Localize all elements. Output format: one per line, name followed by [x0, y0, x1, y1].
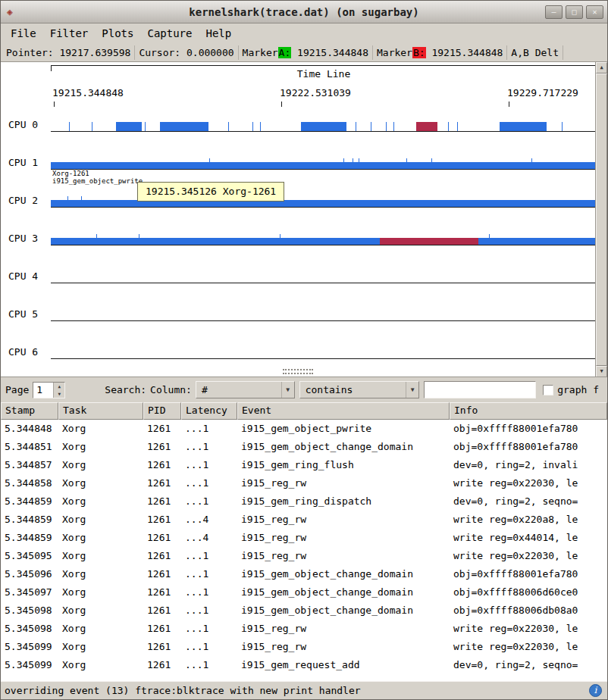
table-cell: Xorg [58, 656, 143, 674]
task-bar[interactable] [416, 122, 437, 131]
event-tick[interactable] [209, 158, 210, 169]
task-bar[interactable] [301, 122, 346, 131]
chevron-down-icon[interactable]: ▼ [281, 382, 294, 398]
spinner-down-icon[interactable]: ▼ [54, 390, 64, 398]
graph-follows-checkbox[interactable] [543, 385, 553, 395]
task-bar[interactable] [116, 122, 142, 131]
table-cell: 1261 [143, 529, 181, 547]
menu-item-capture[interactable]: Capture [140, 25, 199, 42]
close-button[interactable]: ✕ [586, 5, 603, 19]
graph-scrollbar[interactable]: ▲ ▼ [595, 62, 607, 377]
event-tick[interactable] [92, 122, 92, 131]
task-bar[interactable] [160, 122, 208, 131]
table-cell: 5.345095 [1, 547, 58, 565]
pane-splitter-handle[interactable] [283, 369, 313, 374]
event-tick[interactable] [406, 158, 407, 169]
table-row[interactable]: 5.344851Xorg1261...1i915_gem_object_chan… [1, 438, 607, 456]
event-tick[interactable] [562, 122, 563, 131]
table-cell: ...1 [181, 438, 237, 456]
event-tick[interactable] [96, 234, 97, 245]
table-row[interactable]: 5.344858Xorg1261...1i915_reg_rwwrite reg… [1, 474, 607, 492]
menu-item-plots[interactable]: Plots [95, 25, 140, 42]
menu-item-file[interactable]: File [4, 25, 43, 42]
table-row[interactable]: 5.345098Xorg1261...1i915_gem_object_chan… [1, 602, 607, 620]
event-tick[interactable] [139, 234, 139, 245]
column-header-stamp[interactable]: Stamp [1, 402, 58, 420]
table-row[interactable]: 5.345099Xorg1261...1i915_gem_request_add… [1, 656, 607, 674]
table-row[interactable]: 5.345096Xorg1261...1i915_gem_object_chan… [1, 565, 607, 583]
minimize-button[interactable]: — [545, 5, 563, 19]
table-cell: i915_reg_rw [237, 620, 450, 638]
spinner-up-icon[interactable]: ▲ [54, 383, 64, 390]
table-cell: i915_gem_ring_dispatch [237, 492, 450, 511]
status-message: overriding event (13) ftrace:blktrace wi… [5, 685, 361, 696]
page-spinner[interactable]: 1 ▲ ▼ [33, 382, 65, 398]
chevron-down-icon[interactable]: ▼ [406, 382, 418, 398]
event-table-header: StampTaskPIDLatencyEventInfo [1, 402, 607, 420]
table-row[interactable]: 5.345098Xorg1261...1i915_reg_rwwrite reg… [1, 620, 607, 638]
cpu-baseline [51, 131, 597, 132]
table-cell: i915_gem_object_change_domain [237, 438, 450, 456]
table-row[interactable]: 5.344859Xorg1261...1i915_gem_ring_dispat… [1, 492, 607, 511]
event-tick[interactable] [386, 122, 387, 131]
event-tick[interactable] [280, 234, 280, 245]
table-row[interactable]: 5.344848Xorg1261...1i915_gem_object_pwri… [1, 420, 607, 438]
event-tick[interactable] [67, 196, 68, 207]
pointer-bar-segment: MarkerA: 19215.344848 [239, 45, 373, 60]
scrollbar-thumb[interactable] [596, 73, 607, 366]
event-tick[interactable] [228, 122, 229, 131]
pointer-text: 19215.344848 [291, 47, 368, 58]
column-header-latency[interactable]: Latency [181, 402, 237, 420]
event-tick[interactable] [353, 158, 353, 169]
page-value[interactable]: 1 [33, 383, 53, 398]
scroll-down-icon[interactable]: ▼ [596, 366, 607, 377]
titlebar[interactable]: ◈ kernelshark(trace.dat) (on sugarbay) —… [1, 1, 607, 23]
window-title: kernelshark(trace.dat) (on sugarbay) [1, 6, 607, 18]
match-select[interactable]: contains ▼ [299, 381, 420, 398]
titlebar-buttons: — □ ✕ [545, 5, 603, 19]
cpu-label: CPU 4 [8, 270, 38, 282]
table-row[interactable]: 5.345097Xorg1261...1i915_gem_object_chan… [1, 583, 607, 602]
cpu-baseline [51, 207, 597, 208]
task-bar[interactable] [500, 122, 547, 131]
table-cell: i915_reg_rw [237, 511, 450, 529]
table-row[interactable]: 5.345095Xorg1261...1i915_reg_rwwrite reg… [1, 547, 607, 565]
task-bar[interactable] [51, 238, 597, 245]
event-tick[interactable] [81, 196, 82, 207]
menu-item-filter[interactable]: Filter [43, 25, 96, 42]
search-input[interactable] [424, 381, 536, 398]
info-icon[interactable]: i [589, 684, 602, 697]
table-row[interactable]: 5.345099Xorg1261...1i915_reg_rwwrite reg… [1, 638, 607, 656]
plot[interactable]: Time Line 19215.34484819222.53103919229.… [51, 62, 597, 377]
event-tick[interactable] [431, 158, 432, 169]
event-tick[interactable] [359, 158, 359, 169]
column-header-task[interactable]: Task [58, 402, 143, 420]
task-bar[interactable] [380, 238, 478, 245]
event-tick[interactable] [69, 122, 70, 131]
column-header-event[interactable]: Event [237, 402, 450, 420]
event-tick[interactable] [356, 122, 356, 131]
event-tick[interactable] [457, 122, 458, 131]
task-bar[interactable] [51, 200, 597, 207]
event-tick[interactable] [371, 122, 371, 131]
column-select[interactable]: # ▼ [196, 381, 295, 398]
event-tick[interactable] [448, 122, 449, 131]
column-header-pid[interactable]: PID [143, 402, 181, 420]
event-tick[interactable] [145, 122, 146, 131]
task-bar[interactable] [51, 162, 597, 169]
event-tick[interactable] [489, 234, 490, 245]
table-row[interactable]: 5.344859Xorg1261...4i915_reg_rwwrite reg… [1, 529, 607, 547]
table-row[interactable]: 5.344859Xorg1261...4i915_reg_rwwrite reg… [1, 511, 607, 529]
event-tick[interactable] [252, 122, 253, 131]
column-header-info[interactable]: Info [450, 402, 607, 420]
menu-item-help[interactable]: Help [199, 25, 238, 42]
axis-tick [509, 102, 509, 107]
event-tick[interactable] [343, 158, 344, 169]
table-row[interactable]: 5.344857Xorg1261...1i915_gem_ring_flushd… [1, 456, 607, 474]
event-tick[interactable] [260, 122, 261, 131]
window-icon: ◈ [7, 6, 13, 17]
maximize-button[interactable]: □ [566, 5, 583, 19]
event-tick[interactable] [393, 122, 394, 131]
scroll-up-icon[interactable]: ▲ [596, 62, 607, 73]
event-tick[interactable] [531, 158, 532, 169]
